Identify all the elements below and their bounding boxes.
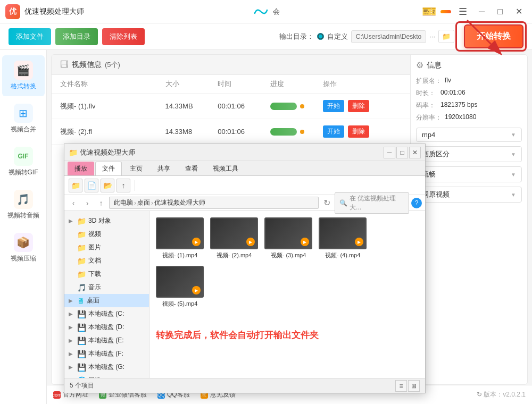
tab-view[interactable]: 查看 [178, 162, 205, 175]
quality-type-select[interactable]: 画质区分 ▼ [416, 146, 522, 162]
add-file-button[interactable]: 添加文件 [9, 28, 51, 45]
tab-home[interactable]: 主页 [123, 162, 149, 175]
tree-item-drive-d[interactable]: ▶ 💾 本地磁盘 (D: [64, 321, 149, 334]
tab-file[interactable]: 文件 [95, 162, 122, 175]
address-path[interactable]: 此电脑 › 桌面 › 优速视频处理大师 [109, 197, 319, 209]
start-button-1[interactable]: 开始 [323, 100, 344, 112]
addr-app: 优速视频处理大师 [154, 198, 205, 207]
explorer-info-text: 转换完成后，软件会自动打开输出文件夹 [156, 330, 319, 340]
ribbon-file-btn[interactable]: 📄 [85, 179, 98, 192]
info-label-ext: 扩展名： [416, 77, 442, 86]
tree-item-network[interactable]: ▶ 🌐 网络 [64, 374, 149, 378]
tab-video-tools[interactable]: 视频工具 [206, 162, 245, 175]
sidebar-item-format[interactable]: 🎬 格式转换 [2, 55, 45, 96]
output-mode-radio[interactable] [317, 33, 324, 40]
tab-play[interactable]: 播放 [68, 162, 94, 175]
tree-item-music[interactable]: 🎵 音乐 [64, 281, 149, 294]
drive-icon-d: 💾 [77, 323, 86, 332]
view-btn-list[interactable]: ≡ [395, 380, 407, 392]
addr-sep-1: › [134, 199, 136, 207]
addr-forward-btn[interactable]: › [81, 197, 93, 209]
sidebar-item-compress[interactable]: 📦 视频压缩 [2, 228, 45, 268]
maximize-button[interactable]: □ [493, 6, 507, 18]
sidebar-item-gif[interactable]: GIF 视频转GIF [2, 141, 45, 182]
minimize-button[interactable]: ─ [475, 6, 489, 18]
ribbon-yellow-folder-btn[interactable]: 📂 [101, 179, 114, 192]
folder-icon-images: 📁 [77, 243, 86, 252]
ribbon-folder-btn[interactable]: 📁 [69, 179, 82, 192]
tree-item-drive-e[interactable]: ▶ 💾 本地磁盘 (E: [64, 334, 149, 347]
sidebar-item-audio[interactable]: 🎵 视频转音频 [2, 184, 45, 225]
addr-back-btn[interactable]: ‹ [68, 197, 79, 209]
format-select[interactable]: mp4 ▼ [416, 128, 522, 142]
explorer-main: ▶ 📁 3D 对象 📁 视频 📁 图片 📁 文档 [64, 211, 425, 378]
ribbon-arrow-btn[interactable]: ↑ [117, 179, 130, 192]
origin-arrow: ▼ [511, 192, 516, 198]
progress-dot-1 [300, 104, 304, 108]
search-box[interactable]: 🔍 在 优速视频处理大... [335, 192, 409, 214]
file-thumb-2[interactable]: ▶ 视频- (2).mp4 [210, 217, 258, 259]
tree-item-desktop[interactable]: ▶ 🖥 桌面 [64, 294, 149, 307]
tree-item-video[interactable]: 📁 视频 [64, 228, 149, 241]
tree-label-desktop: 桌面 [87, 296, 99, 305]
info-label-duration: 时长： [416, 89, 437, 98]
tree-item-drive-g[interactable]: ▶ 💾 本地磁盘 (G: [64, 360, 149, 374]
clear-list-button[interactable]: 清除列表 [102, 28, 145, 45]
thumb-label-3: 视频- (3).mp4 [271, 251, 306, 259]
close-button[interactable]: ✕ [511, 5, 527, 18]
quality-select[interactable]: 流畅 ▼ [416, 166, 522, 182]
explorer-maximize-btn[interactable]: □ [396, 147, 408, 158]
origin-select[interactable]: 同原视频 ▼ [416, 187, 522, 203]
file-thumb-3[interactable]: ▶ 视频- (3).mp4 [264, 217, 312, 259]
tree-item-downloads[interactable]: 📁 下载 [64, 267, 149, 281]
progress-wrap-2 [270, 128, 323, 136]
view-btn-grid[interactable]: ⊞ [408, 380, 420, 392]
title-bar-center: 会 [253, 5, 280, 18]
arrow-desktop: ▶ [69, 298, 75, 304]
info-panel-title: 信息 [427, 61, 442, 70]
start-button-2[interactable]: 开始 [323, 125, 344, 138]
file-thumb-1[interactable]: ▶ 视频- (1).mp4 [156, 217, 204, 259]
col-time: 时间 [218, 79, 270, 89]
tree-label-g: 本地磁盘 (G: [88, 363, 124, 372]
arrow-f: ▶ [69, 351, 75, 357]
vip-badge-button[interactable] [440, 10, 451, 13]
help-btn[interactable]: ? [411, 198, 422, 208]
file-thumb-4[interactable]: ▶ 视频- (4).mp4 [319, 217, 367, 259]
explorer-close-btn[interactable]: ✕ [409, 147, 421, 158]
drive-icon-e: 💾 [77, 336, 86, 345]
play-icon-1: ▶ [192, 238, 201, 246]
addr-refresh-btn[interactable]: ↻ [321, 197, 332, 209]
browse-folder-button[interactable]: 📁 [438, 30, 454, 43]
delete-button-2[interactable]: 删除 [348, 125, 369, 138]
tree-item-3d[interactable]: ▶ 📁 3D 对象 [64, 214, 149, 228]
menu-icon[interactable]: ☰ [455, 5, 470, 19]
progress-bar-1 [270, 103, 297, 110]
progress-wrap-1 [270, 103, 323, 110]
tab-share[interactable]: 共享 [151, 162, 177, 175]
tree-item-drive-c[interactable]: ▶ 💾 本地磁盘 (C: [64, 307, 149, 321]
start-convert-button[interactable]: 开始转换 [464, 24, 523, 48]
explorer-minimize-btn[interactable]: ─ [384, 147, 395, 158]
output-more-button[interactable]: ··· [429, 32, 435, 40]
table-row: 视频- (1).flv 14.33MB 00:01:06 开始 删除 [52, 94, 410, 119]
tree-item-images[interactable]: 📁 图片 [64, 241, 149, 254]
addr-up-btn[interactable]: ↑ [95, 197, 107, 209]
tree-item-drive-f[interactable]: ▶ 💾 本地磁盘 (F: [64, 347, 149, 360]
file-thumb-5[interactable]: ▶ 视频- (5).mp4 [156, 266, 204, 308]
tree-item-docs[interactable]: 📁 文档 [64, 254, 149, 267]
view-buttons: ≡ ⊞ [395, 380, 420, 392]
arrow-d: ▶ [69, 324, 75, 330]
sidebar-item-merge[interactable]: ⊞ 视频合并 [2, 98, 45, 139]
info-value-duration: 00:01:06 [440, 89, 466, 98]
info-value-bitrate: 1821375 bps [440, 101, 477, 110]
add-dir-button[interactable]: 添加目录 [55, 28, 98, 45]
sidebar: 🎬 格式转换 ⊞ 视频合并 GIF 视频转GIF 🎵 视频转音频 📦 视频压缩 [0, 50, 47, 404]
table-row: 视频- (2).fl 14.33M8 00:01:06 开始 删除 [52, 119, 410, 145]
thumb-label-4: 视频- (4).mp4 [325, 251, 361, 259]
thumb-img-2: ▶ [210, 217, 258, 249]
output-path: C:\Users\admin\Deskto [351, 30, 426, 43]
info-value-resolution: 1920x1080 [445, 113, 476, 122]
addr-pc: 此电脑 [114, 198, 133, 207]
delete-button-1[interactable]: 删除 [348, 100, 369, 112]
